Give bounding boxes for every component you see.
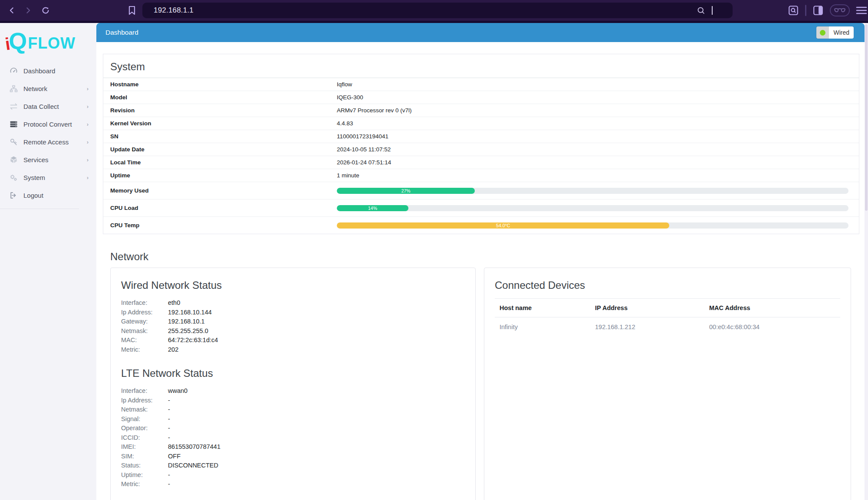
scrollbar-thumb[interactable] [865, 24, 868, 211]
list-item: Operator:- [121, 424, 465, 433]
list-item: Interface:eth0 [121, 298, 465, 308]
cpu-load-value: 14% [368, 206, 377, 211]
table-row: Infinity 192.168.1.212 00:e0:4c:68:00:34 [495, 317, 840, 337]
sitemap-icon [9, 85, 18, 93]
list-item: ICCID:- [121, 433, 465, 443]
list-item: Interface:wwan0 [121, 386, 465, 396]
sidebar-item-protocol-convert[interactable]: Protocol Convert › [0, 115, 96, 133]
status-label: Wired [829, 26, 854, 39]
system-panel: System Hostname Iqflow Model IQEG-300 Re… [103, 54, 859, 234]
reader-glasses-icon[interactable] [830, 4, 850, 16]
browser-back-icon[interactable] [8, 6, 16, 15]
table-row: Local Time 2026-01-24 07:51:14 [103, 156, 859, 169]
sidebar-item-dashboard[interactable]: Dashboard [0, 62, 96, 80]
toolbar-divider [805, 5, 806, 16]
sidebar-item-network[interactable]: Network › [0, 80, 96, 98]
memory-used-progressbar: 27% [337, 188, 848, 194]
status-dot-segment [816, 26, 829, 39]
server-icon [9, 120, 18, 128]
sidebar-item-label: Protocol Convert [23, 121, 72, 128]
network-section: Network Wired Network Status Interface:e… [110, 251, 855, 500]
table-row: CPU Temp 54.0°C [103, 216, 859, 234]
cpu-temp-value: 54.0°C [496, 223, 510, 228]
sidebar-divider [0, 209, 79, 209]
connection-status-badge[interactable]: Wired [816, 26, 854, 39]
table-row: Kernel Version 4.4.83 [103, 117, 859, 130]
table-row: CPU Load 14% [103, 199, 859, 216]
cpu-temp-progressbar: 54.0°C [337, 222, 848, 229]
status-dot [820, 30, 825, 36]
list-item: IMEI:861553070787441 [121, 442, 465, 452]
list-item: SIM:OFF [121, 452, 465, 461]
page-title: Dashboard [105, 29, 138, 36]
chevron-right-icon: › [87, 103, 89, 110]
list-item: Ip Address:- [121, 396, 465, 405]
gears-icon [9, 173, 18, 182]
sidebar-item-label: System [23, 174, 45, 181]
page-scrollbar[interactable] [865, 23, 868, 500]
list-item: Metric:202 [121, 345, 465, 355]
browser-reload-icon[interactable] [41, 6, 50, 15]
list-item: Metric:- [121, 480, 465, 489]
app-window: iQFLOW Dashboard Network › Data C [0, 23, 868, 500]
wired-status-title: Wired Network Status [121, 279, 465, 291]
device-mac: 00:e0:4c:68:00:34 [709, 324, 840, 330]
chevron-right-icon: › [87, 85, 89, 92]
sidebar-item-services[interactable]: Services › [0, 151, 96, 169]
browser-toolbar: 192.168.1.1 [0, 0, 868, 23]
text-cursor [712, 6, 713, 15]
sidebar-item-label: Network [23, 85, 47, 92]
main-content: Dashboard Wired System Hostname Iqflow M… [96, 23, 868, 500]
sidebar-toggle-icon[interactable] [812, 5, 824, 16]
list-item: Gateway:192.168.10.1 [121, 317, 465, 327]
cpu-load-progressbar: 14% [337, 205, 848, 211]
browser-forward-icon[interactable] [23, 6, 32, 15]
sidebar-item-label: Remote Access [23, 138, 69, 146]
connected-devices-title: Connected Devices [495, 279, 851, 291]
table-row: Update Date 2024-10-05 11:07:52 [103, 143, 859, 156]
lte-status-title: LTE Network Status [121, 367, 465, 379]
table-row: SN 1100001723194041 [103, 130, 859, 143]
list-item: Netmask:255.255.255.0 [121, 327, 465, 336]
chevron-right-icon: › [87, 121, 89, 127]
sidebar-nav: Dashboard Network › Data Collect › [0, 62, 96, 209]
table-header-row: Host name IP Address MAC Address [495, 298, 840, 317]
sidebar-item-label: Data Collect [23, 103, 59, 110]
page-header: Dashboard Wired [96, 23, 865, 42]
chevron-right-icon: › [87, 157, 89, 163]
url-bar[interactable]: 192.168.1.1 [142, 3, 733, 18]
list-item: Netmask:- [121, 405, 465, 415]
sidebar-item-logout[interactable]: Logout [0, 186, 96, 204]
connected-devices-table: Host name IP Address MAC Address Infinit… [495, 298, 840, 337]
sidebar: iQFLOW Dashboard Network › Data C [0, 23, 96, 500]
network-section-title: Network [110, 251, 855, 263]
menu-hamburger-icon[interactable] [856, 6, 867, 15]
table-row: Memory Used 27% [103, 182, 859, 199]
table-row: Uptime 1 minute [103, 169, 859, 182]
connected-devices-card: Connected Devices Host name IP Address M… [484, 268, 851, 500]
iqflow-logo: iQFLOW [0, 23, 96, 55]
logout-icon [9, 191, 18, 199]
chevron-right-icon: › [87, 174, 89, 181]
memory-used-value: 27% [401, 188, 411, 193]
sidebar-item-label: Logout [23, 192, 43, 199]
table-row: Model IQEG-300 [103, 91, 859, 104]
gauge-icon [9, 67, 18, 75]
sidebar-item-remote-access[interactable]: Remote Access › [0, 133, 96, 151]
lte-network-block: LTE Network Status Interface:wwan0 Ip Ad… [121, 367, 465, 489]
find-in-page-icon[interactable] [788, 5, 799, 16]
table-row: Revision ARMv7 Processor rev 0 (v7l) [103, 104, 859, 117]
logo-flow: FLOW [28, 36, 76, 51]
chevron-right-icon: › [87, 139, 89, 145]
system-table: Hostname Iqflow Model IQEG-300 Revision … [103, 78, 859, 234]
zoom-page-icon[interactable] [697, 6, 706, 15]
sidebar-item-data-collect[interactable]: Data Collect › [0, 98, 96, 115]
url-text: 192.168.1.1 [154, 6, 194, 15]
key-icon [9, 138, 18, 146]
wired-network-card: Wired Network Status Interface:eth0 Ip A… [110, 268, 476, 500]
list-item: Ip Address:192.168.10.144 [121, 308, 465, 317]
bookmark-icon[interactable] [128, 5, 136, 16]
device-hostname: Infinity [500, 324, 595, 330]
sidebar-item-system[interactable]: System › [0, 169, 96, 186]
device-ip: 192.168.1.212 [595, 324, 709, 330]
